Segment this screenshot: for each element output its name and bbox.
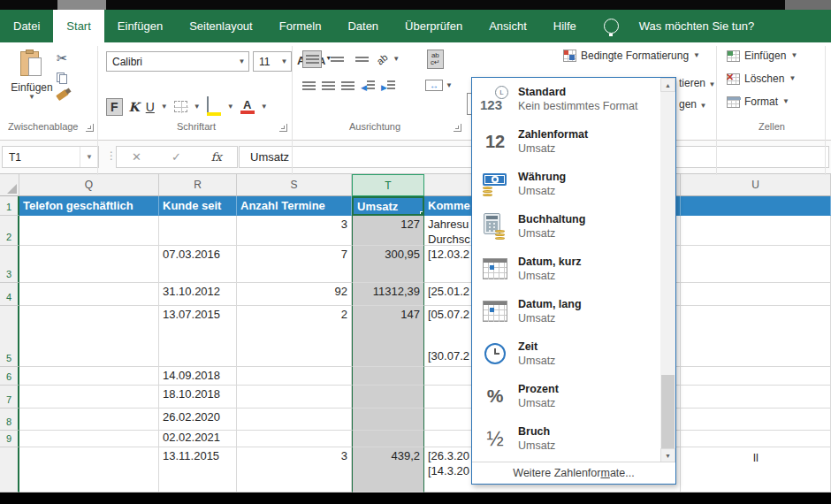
tab-start[interactable]: Start	[53, 10, 103, 42]
scroll-up-icon[interactable]: ▲	[660, 78, 675, 92]
more-number-formats[interactable]: Weitere Zahlenformate...	[472, 462, 675, 484]
font-dialog-launcher[interactable]	[279, 124, 287, 132]
cell-selected[interactable]: 439,2	[352, 447, 424, 493]
tell-me-search[interactable]: Was möchten Sie tun?	[626, 10, 763, 42]
column-header-q[interactable]: Q	[19, 174, 159, 196]
cell-s1[interactable]: Anzahl Termine	[237, 196, 352, 216]
cell[interactable]	[681, 409, 831, 431]
cell[interactable]	[237, 409, 352, 431]
format-option-currency[interactable]: WährungUmsatz	[472, 163, 675, 205]
dropdown-scrollbar[interactable]: ▲ ▼	[660, 78, 675, 462]
format-option-standard[interactable]: L123 StandardKein bestimmtes Format	[472, 78, 675, 120]
align-bottom-button[interactable]	[352, 50, 371, 68]
cell[interactable]	[159, 216, 237, 246]
borders-button[interactable]	[174, 101, 187, 112]
align-middle-button[interactable]	[327, 50, 347, 68]
row-header-6[interactable]: 6	[0, 367, 19, 386]
paste-button[interactable]: Einfügen ▼	[9, 50, 55, 117]
cell[interactable]	[237, 367, 352, 386]
column-header-r[interactable]: R	[159, 174, 237, 196]
cell-selected[interactable]	[352, 431, 424, 447]
cell[interactable]	[681, 367, 831, 386]
format-option-date-long[interactable]: Datum, langUmsatz	[472, 290, 675, 332]
row-header-1[interactable]: 1	[0, 196, 19, 216]
row-header-7[interactable]: 7	[0, 386, 19, 409]
cell[interactable]: 7	[237, 246, 352, 283]
cell[interactable]	[19, 246, 159, 283]
cell-selected[interactable]	[352, 386, 424, 409]
row-header-4[interactable]: 4	[0, 283, 19, 306]
font-color-dropdown-arrow[interactable]: ▼	[261, 103, 268, 111]
italic-button[interactable]: K	[129, 100, 140, 114]
cell-selected[interactable]: 127	[352, 216, 424, 246]
row-header-2[interactable]: 2	[0, 216, 19, 246]
format-option-accounting[interactable]: BuchhaltungUmsatz	[472, 205, 675, 248]
cell[interactable]	[681, 306, 831, 367]
cell-t1-active[interactable]: Umsatz	[352, 196, 424, 216]
cell[interactable]: 18.10.2018	[159, 386, 237, 409]
format-option-time[interactable]: ZeitUmsatz	[472, 332, 675, 375]
orientation-dropdown-arrow[interactable]: ▼	[393, 56, 400, 63]
column-header-s[interactable]: S	[237, 174, 352, 196]
align-left-button[interactable]	[302, 81, 316, 91]
align-top-button[interactable]	[302, 50, 322, 68]
cell-selected[interactable]	[352, 367, 424, 386]
cell[interactable]: 14.09.2018	[159, 367, 237, 386]
cell[interactable]: 3	[237, 216, 352, 246]
font-color-button[interactable]: A	[240, 100, 255, 114]
scroll-down-icon[interactable]: ▼	[660, 448, 675, 462]
cell[interactable]: 31.10.2012	[159, 283, 237, 306]
scrollbar-thumb[interactable]	[661, 375, 675, 448]
cell[interactable]: 07.03.2016	[159, 246, 237, 283]
tab-seitenlayout[interactable]: Seitenlayout	[176, 10, 266, 42]
cell-selected[interactable]: 300,95	[352, 246, 424, 283]
cut-icon[interactable]: ✂	[57, 51, 68, 65]
fill-color-dropdown-arrow[interactable]: ▼	[227, 103, 234, 111]
cell[interactable]: 13.07.2015	[159, 306, 237, 367]
column-header-u[interactable]: U	[681, 174, 831, 196]
cell[interactable]	[681, 216, 831, 246]
tab-formeln[interactable]: Formeln	[266, 10, 335, 42]
cell[interactable]	[681, 386, 831, 409]
cell-selected[interactable]	[352, 409, 424, 431]
font-size-combobox[interactable]: 11 ▼	[253, 51, 292, 72]
cell[interactable]	[19, 367, 159, 386]
decrease-indent-button[interactable]: ◀	[361, 78, 375, 94]
format-cells-button[interactable]: Format ▼	[727, 95, 789, 108]
bold-button[interactable]: F	[106, 98, 123, 116]
cell[interactable]	[19, 409, 159, 431]
delete-cells-button[interactable]: Löschen ▼	[727, 73, 796, 85]
cell[interactable]: 2	[237, 306, 352, 367]
cell[interactable]	[19, 216, 159, 246]
cell-selected[interactable]: 147	[352, 306, 424, 367]
cell[interactable]	[681, 246, 831, 283]
underline-button[interactable]: U	[146, 100, 155, 114]
name-box[interactable]: T1 ▼	[2, 146, 99, 168]
insert-function-icon[interactable]: fx	[211, 150, 222, 164]
cell[interactable]	[19, 306, 159, 367]
borders-dropdown-arrow[interactable]: ▼	[194, 103, 201, 111]
format-painter-icon[interactable]	[56, 89, 69, 101]
cell-r1[interactable]: Kunde seit	[159, 196, 237, 216]
cell[interactable]	[237, 386, 352, 409]
insert-cells-button[interactable]: Einfügen ▼	[727, 50, 797, 62]
cell-v1[interactable]	[681, 196, 831, 216]
row-header-3[interactable]: 3	[0, 246, 19, 283]
align-center-button[interactable]	[322, 81, 335, 91]
cell[interactable]: ll	[681, 447, 831, 493]
row-header-10[interactable]	[0, 447, 19, 493]
cell[interactable]	[19, 386, 159, 409]
name-box-dropdown-arrow[interactable]: ▼	[80, 147, 98, 167]
cell[interactable]	[681, 431, 831, 447]
orientation-button[interactable]: ab	[375, 51, 390, 66]
increase-indent-button[interactable]: ▶	[381, 78, 395, 94]
format-option-date-short[interactable]: Datum, kurzUmsatz	[472, 248, 675, 290]
cell[interactable]: 26.02.2020	[159, 409, 237, 431]
cell[interactable]	[681, 283, 831, 306]
cancel-icon[interactable]: ✕	[132, 150, 141, 164]
cell[interactable]: 92	[237, 283, 352, 306]
paste-dropdown-arrow[interactable]: ▼	[28, 94, 35, 101]
tab-ueberpruefen[interactable]: Überprüfen	[392, 10, 476, 42]
tab-datei[interactable]: Datei	[0, 10, 53, 42]
tab-hilfe[interactable]: Hilfe	[540, 10, 590, 42]
